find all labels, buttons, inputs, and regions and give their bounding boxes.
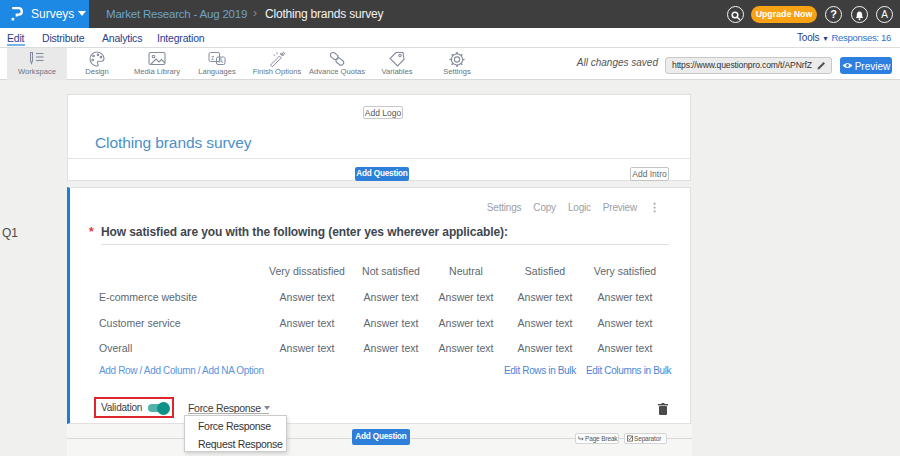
svg-text:z: z: [211, 54, 214, 61]
svg-text:A: A: [219, 57, 224, 64]
